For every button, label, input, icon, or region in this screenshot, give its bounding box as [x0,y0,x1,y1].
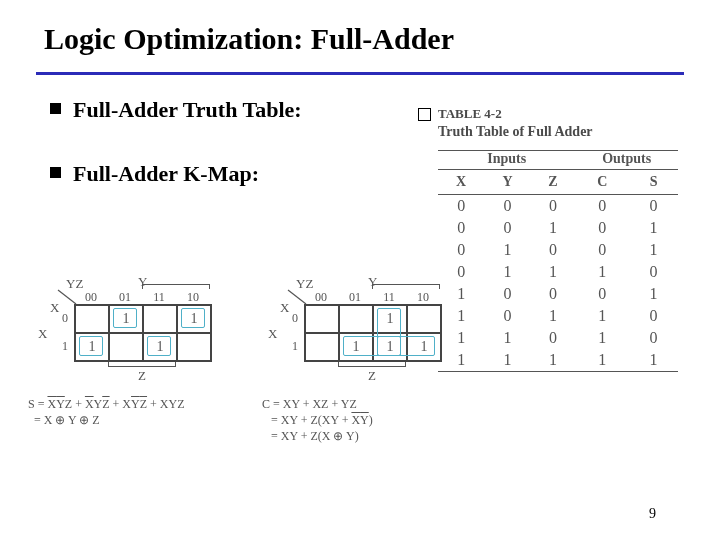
col-z: Z [531,170,576,195]
table-row: 10110 [438,305,678,327]
kmap-col: 11 [142,290,176,305]
kmap-cell [305,305,339,333]
kmap-col: 00 [74,290,108,305]
truth-cell: 0 [531,283,576,305]
truth-cell: 1 [531,261,576,283]
truth-cell: 0 [438,217,484,239]
kmap-cell [339,305,373,333]
truth-cell: 1 [531,349,576,372]
table-row: 00000 [438,195,678,218]
group-inputs: Inputs [438,151,575,170]
kmap-z-label: Z [368,368,376,384]
truth-cell: 0 [438,239,484,261]
kmap-x-label: X [280,300,289,316]
hollow-square-bullet-icon [418,108,431,121]
col-x: X [438,170,484,195]
kmap-col: 10 [406,290,440,305]
truth-caption: TABLE 4-2 [438,106,688,122]
truth-cell: 1 [438,305,484,327]
truth-cell: 1 [438,327,484,349]
truth-cell: 0 [575,239,629,261]
kmap-row: 1 [62,339,68,354]
truth-table-block: TABLE 4-2 Truth Table of Full Adder Inpu… [438,106,688,372]
group-outputs: Outputs [575,151,678,170]
bullet-kmap-label: Full-Adder K-Map: [73,161,259,187]
table-row: 10001 [438,283,678,305]
truth-cell: 0 [484,217,530,239]
kmap-col: 00 [304,290,338,305]
truth-cell: 0 [531,327,576,349]
truth-cell: 1 [484,239,530,261]
kmap-col: 10 [176,290,210,305]
truth-cell: 0 [629,305,678,327]
kmap-cell [407,305,441,333]
kmap-cell [75,305,109,333]
kmap-group-box [181,308,205,328]
title-underline [36,72,684,75]
square-bullet-icon [50,103,61,114]
truth-cell: 0 [438,195,484,218]
truth-cell: 1 [531,305,576,327]
truth-cell: 1 [629,239,678,261]
truth-cell: 0 [629,327,678,349]
kmap-x-label: X [50,300,59,316]
truth-cell: 1 [438,283,484,305]
equation-s: S = XYZ + XYZ + XYZ + XYZ = X ⊕ Y ⊕ Z [28,396,184,428]
truth-cell: 0 [575,195,629,218]
truth-cell: 1 [629,349,678,372]
square-bullet-icon [50,167,61,178]
truth-cell: 0 [484,305,530,327]
truth-cell: 1 [629,217,678,239]
col-c: C [575,170,629,195]
equation-c: C = XY + XZ + YZ = XY + Z(XY + XY) = XY … [262,396,373,445]
kmap-x1-label: X [38,326,47,342]
table-row: 11010 [438,327,678,349]
kmap-group-box [113,308,137,328]
kmap-cell [305,333,339,361]
truth-cell: 1 [575,349,629,372]
kmap-cell [109,333,143,361]
kmap-cell [177,333,211,361]
truth-cell: 1 [575,305,629,327]
table-row: 11111 [438,349,678,372]
kmap-z-label: Z [138,368,146,384]
kmap-col: 01 [338,290,372,305]
truth-cell: 0 [531,195,576,218]
truth-cell: 1 [575,327,629,349]
truth-cell: 1 [484,349,530,372]
truth-cell: 1 [531,217,576,239]
truth-cell: 0 [484,283,530,305]
page-number: 9 [649,506,656,522]
truth-cell: 1 [575,261,629,283]
truth-cell: 1 [438,349,484,372]
kmap-x1-label: X [268,326,277,342]
col-y: Y [484,170,530,195]
bullet-truth-label: Full-Adder Truth Table: [73,97,302,123]
truth-cell: 1 [629,283,678,305]
kmap-row: 1 [292,339,298,354]
truth-cell: 0 [629,261,678,283]
table-row: 00101 [438,217,678,239]
table-row: 01110 [438,261,678,283]
truth-cell: 0 [629,195,678,218]
kmap-row: 0 [292,311,298,326]
truth-cell: 0 [531,239,576,261]
kmap-group-box [147,336,171,356]
table-row: 01001 [438,239,678,261]
page-title: Logic Optimization: Full-Adder [36,22,684,56]
truth-cell: 0 [575,283,629,305]
truth-cell: 0 [438,261,484,283]
kmap-col: 01 [108,290,142,305]
truth-cell: 0 [575,217,629,239]
kmap-row: 0 [62,311,68,326]
kmap-cell [143,305,177,333]
col-s: S [629,170,678,195]
kmap-group-box [377,336,435,356]
truth-cell: 1 [484,261,530,283]
kmap-group-box [79,336,103,356]
truth-cell: 0 [484,195,530,218]
truth-cell: 1 [484,327,530,349]
truth-title: Truth Table of Full Adder [438,124,688,140]
truth-table: Inputs Outputs X Y Z C S 000000010101001… [438,150,678,372]
kmap-col: 11 [372,290,406,305]
